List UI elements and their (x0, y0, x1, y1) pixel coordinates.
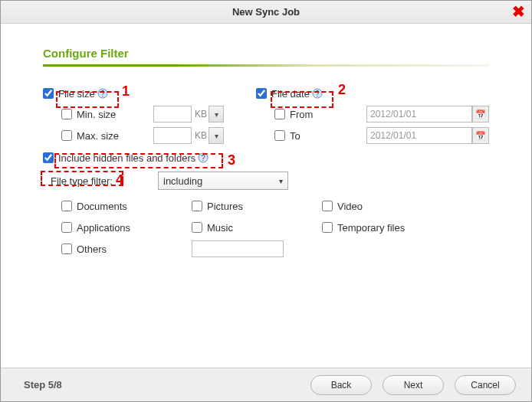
type-music-checkbox[interactable] (192, 222, 202, 233)
type-video-label: Video (337, 201, 363, 212)
dateto-input[interactable] (366, 127, 472, 144)
type-pictures-label: Pictures (207, 201, 243, 212)
minsize-unit-dropdown[interactable]: ▾ (209, 106, 224, 123)
datefrom-checkbox[interactable] (274, 109, 285, 119)
dateto-checkbox[interactable] (274, 130, 285, 141)
dateto-label: To (290, 130, 336, 142)
minsize-input[interactable] (153, 106, 192, 123)
filetype-select[interactable]: including ▾ (158, 172, 288, 190)
cancel-button[interactable]: Cancel (455, 375, 516, 395)
type-pictures-checkbox[interactable] (192, 201, 202, 211)
section-rule (43, 64, 489, 67)
datefrom-label: From (290, 109, 336, 120)
type-others-checkbox[interactable] (61, 243, 72, 254)
maxsize-unit: KB (195, 130, 207, 141)
type-documents-label: Documents (77, 201, 127, 212)
filedate-label: File date (271, 88, 310, 100)
filesize-label: File size (58, 88, 95, 100)
help-icon[interactable]: ? (97, 88, 108, 99)
dialog-window: New Sync Job ✖ Configure Filter File siz… (0, 0, 532, 402)
step-indicator: Step 5/8 (24, 379, 62, 391)
help-icon[interactable]: ? (198, 152, 209, 163)
svg-text:?: ? (315, 90, 320, 98)
content-area: Configure Filter File size ? Min. size K (1, 24, 531, 260)
maxsize-unit-dropdown[interactable]: ▾ (209, 127, 224, 144)
maxsize-label: Max. size (77, 130, 130, 142)
footer: Step 5/8 Back Next Cancel (1, 368, 531, 401)
maxsize-input[interactable] (153, 127, 192, 144)
section-title: Configure Filter (43, 47, 489, 60)
filedate-checkbox[interactable] (256, 88, 267, 99)
close-icon[interactable]: ✖ (512, 4, 525, 19)
type-applications-label: Applications (77, 222, 130, 234)
type-music-label: Music (207, 222, 233, 234)
maxsize-checkbox[interactable] (61, 130, 72, 141)
type-others-label: Others (77, 243, 107, 255)
help-icon[interactable]: ? (312, 88, 323, 99)
minsize-checkbox[interactable] (61, 109, 72, 119)
back-button[interactable]: Back (310, 375, 372, 395)
type-video-checkbox[interactable] (322, 201, 333, 211)
type-temp-label: Temporary files (337, 222, 405, 234)
chevron-down-icon: ▾ (215, 110, 218, 119)
filesize-checkbox[interactable] (43, 88, 54, 99)
type-temp-checkbox[interactable] (322, 222, 333, 233)
calendar-icon[interactable]: 📅 (472, 127, 489, 144)
type-applications-checkbox[interactable] (61, 222, 72, 233)
type-others-input[interactable] (192, 240, 284, 257)
svg-text:?: ? (100, 90, 105, 98)
window-title: New Sync Job (232, 6, 300, 18)
next-button[interactable]: Next (383, 375, 444, 395)
calendar-icon[interactable]: 📅 (472, 106, 489, 123)
type-documents-checkbox[interactable] (61, 201, 72, 211)
datefrom-input[interactable] (366, 106, 472, 123)
hidden-label: Include hidden files and folders (58, 152, 195, 164)
hidden-checkbox[interactable] (43, 152, 54, 163)
minsize-label: Min. size (77, 109, 130, 120)
minsize-unit: KB (195, 109, 207, 119)
chevron-down-icon: ▾ (279, 177, 283, 185)
filetype-label: File type filter: (51, 175, 158, 187)
chevron-down-icon: ▾ (215, 132, 218, 140)
svg-text:?: ? (201, 154, 205, 162)
titlebar: New Sync Job ✖ (1, 1, 531, 24)
filetype-select-value: including (163, 175, 202, 187)
